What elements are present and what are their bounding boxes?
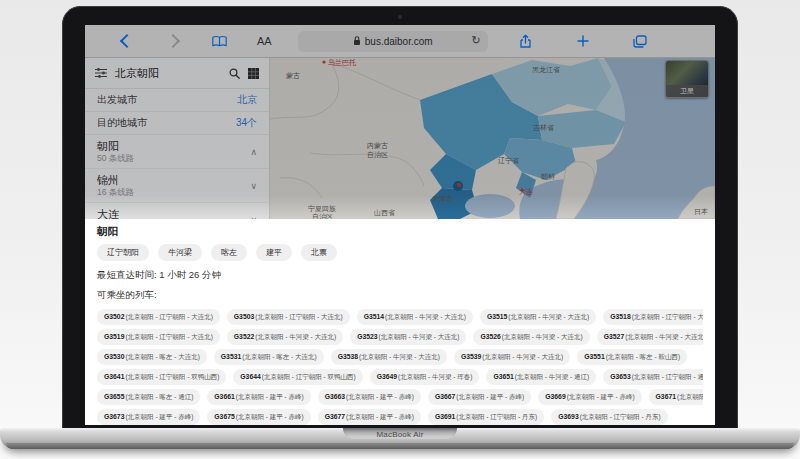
train-pill[interactable]: G3531(北京朝阳 - 喀左 - 大连北) <box>214 349 324 365</box>
station-tag[interactable]: 辽宁朝阳 <box>97 244 149 261</box>
train-pill[interactable]: G3663(北京朝阳 - 建平 - 赤峰) <box>318 389 421 405</box>
plus-icon <box>577 35 589 47</box>
route-sidebar: 北京朝阳 出发城市 北京 <box>85 58 270 219</box>
train-pill[interactable]: G3691(北京朝阳 - 辽宁朝阳 - 丹东) <box>428 409 544 425</box>
train-route: (北京朝阳 - 牛河梁 - 大连北) <box>379 331 460 342</box>
sidebar-info-row[interactable]: 目的地城市 34个 <box>85 112 269 135</box>
chevron-left-icon <box>120 34 134 48</box>
reader-text-size-button[interactable]: AA <box>257 35 272 47</box>
sidebar-book-button[interactable] <box>211 33 227 49</box>
info-row-value[interactable]: 北京 <box>237 93 257 107</box>
share-button[interactable] <box>518 33 534 49</box>
train-route: (北京朝阳 - 喀左 - 鞍山西) <box>606 351 680 362</box>
train-pill[interactable]: G3523(北京朝阳 - 牛河梁 - 大连北) <box>350 329 466 345</box>
train-pill[interactable]: G3677(北京朝阳 - 建平 - 赤峰) <box>318 409 421 425</box>
back-button[interactable] <box>119 33 135 49</box>
detail-city-title: 朝阳 <box>97 225 703 239</box>
train-pill[interactable]: G3503(北京朝阳 - 辽宁朝阳 - 大连北) <box>227 309 350 325</box>
sidebar-info-row[interactable]: 出发城市 北京 <box>85 89 269 112</box>
train-pill[interactable]: G3673(北京朝阳 - 建平 - 赤峰) <box>97 409 200 425</box>
station-tag[interactable]: 建平 <box>256 244 292 261</box>
station-tag[interactable]: 北票 <box>301 244 337 261</box>
train-pill[interactable]: G3693(北京朝阳 - 辽宁朝阳 - 丹东) <box>551 409 667 425</box>
train-pill[interactable]: G3538(北京朝阳 - 牛河梁 - 大连北) <box>331 349 447 365</box>
map-label: 内蒙古 <box>367 142 388 150</box>
city-list-item[interactable]: 锦州 16 条线路 ∨ <box>85 169 269 203</box>
train-pill[interactable]: G3651(北京朝阳 - 牛河梁 - 通辽) <box>486 369 596 385</box>
train-pill[interactable]: G3551(北京朝阳 - 喀左 - 鞍山西) <box>577 349 687 365</box>
chevron-toggle-icon[interactable]: ∧ <box>250 147 257 157</box>
laptop-base: MacBook Air <box>0 428 800 449</box>
map-label: 蒙古 <box>286 72 300 80</box>
lock-icon <box>353 36 361 46</box>
train-route: (北京朝阳 - 辽宁朝阳 - 双鸭山西) <box>262 371 356 382</box>
search-input[interactable]: 北京朝阳 <box>115 66 221 81</box>
filter-icon <box>95 68 107 78</box>
train-pill[interactable]: G3526(北京朝阳 - 牛河梁 - 大连北) <box>473 329 589 345</box>
station-tag[interactable]: 牛河梁 <box>158 244 202 261</box>
search-icon[interactable] <box>229 68 240 79</box>
train-pill[interactable]: G3518(北京朝阳 - 辽宁朝阳 - 大连北) <box>603 309 703 325</box>
city-route-count: 50 条线路 <box>97 153 134 163</box>
city-detail-panel: 朝阳 辽宁朝阳牛河梁喀左建平北票 最短直达时间: 1 小时 26 分钟 可乘坐的… <box>85 219 715 425</box>
satellite-toggle[interactable]: 卫星 <box>665 60 709 98</box>
city-list-item[interactable]: 朝阳 50 条线路 ∧ <box>85 135 269 169</box>
train-pill[interactable]: G3649(北京朝阳 - 牛河梁 - 珲春) <box>370 369 480 385</box>
train-route: (北京朝阳 - 辽宁朝阳 - 大连北) <box>255 311 342 322</box>
train-pill[interactable]: G3675(北京朝阳 - 建平 - 赤峰) <box>207 409 310 425</box>
train-pill[interactable]: G3653(北京朝阳 - 辽宁朝阳 - 通辽) <box>603 369 703 385</box>
map-label: 天津市 <box>432 195 453 203</box>
train-pill[interactable]: G3669(北京朝阳 - 建平 - 赤峰) <box>538 389 641 405</box>
map-label: 自治区 <box>367 151 388 159</box>
train-pill[interactable]: G3655(北京朝阳 - 喀左 - 通辽) <box>97 389 200 405</box>
layers-grid-icon[interactable] <box>248 68 259 79</box>
city-route-count: 16 条线路 <box>97 187 134 197</box>
forward-button[interactable] <box>165 33 181 49</box>
city-name: 大连 <box>97 208 134 219</box>
train-route: (北京朝阳 - 牛河梁 - 大连北) <box>508 311 589 322</box>
train-route: (北京朝阳 - 喀左 - 大连北) <box>125 351 199 362</box>
map-label: 黑龙江省 <box>532 66 560 74</box>
train-route: (北京朝阳 - 牛河梁 - 珲春) <box>398 371 472 382</box>
train-pill[interactable]: G3641(北京朝阳 - 辽宁朝阳 - 双鸭山西) <box>97 369 226 385</box>
train-route: (北京朝阳 - 牛河梁 - 大连北) <box>502 331 583 342</box>
browser-window: AA bus.daibor.com ↻ <box>85 25 715 425</box>
train-pill[interactable]: G3539(北京朝阳 - 牛河梁 - 大连北) <box>454 349 570 365</box>
satellite-toggle-label: 卫星 <box>666 85 708 97</box>
train-pill[interactable]: G3514(北京朝阳 - 牛河梁 - 大连北) <box>357 309 473 325</box>
train-pill[interactable]: G3519(北京朝阳 - 辽宁朝阳 - 大连北) <box>97 329 220 345</box>
train-row: G3673(北京朝阳 - 建平 - 赤峰)G3675(北京朝阳 - 建平 - 赤… <box>97 409 703 425</box>
train-pill[interactable]: G3527(北京朝阳 - 牛河梁 - 大连北) <box>597 329 703 345</box>
refresh-button[interactable]: ↻ <box>471 34 480 47</box>
train-route: (北京朝阳 - 建平 - 赤峰) <box>677 391 703 402</box>
train-pill[interactable]: G3530(北京朝阳 - 喀左 - 大连北) <box>97 349 207 365</box>
map-label: 辽宁省 <box>498 157 519 165</box>
book-icon <box>212 35 227 48</box>
station-tag-list: 辽宁朝阳牛河梁喀左建平北票 <box>97 244 703 261</box>
train-route: (北京朝阳 - 辽宁朝阳 - 大连北) <box>125 331 212 342</box>
tabs-overview-button[interactable] <box>632 33 648 49</box>
train-pill[interactable]: G3522(北京朝阳 - 牛河梁 - 大连北) <box>227 329 343 345</box>
train-pill[interactable]: G3502(北京朝阳 - 辽宁朝阳 - 大连北) <box>97 309 220 325</box>
map-area[interactable]: 乌兰巴托蒙古黑龙江省吉林省辽宁省内蒙古自治区朝鲜大连天津市山西省宁夏回族自治区日… <box>270 58 715 219</box>
info-row-value[interactable]: 34个 <box>236 116 257 130</box>
train-pill[interactable]: G3644(北京朝阳 - 辽宁朝阳 - 双鸭山西) <box>233 369 362 385</box>
station-tag[interactable]: 喀左 <box>211 244 247 261</box>
train-route: (北京朝阳 - 牛河梁 - 大连北) <box>359 351 440 362</box>
train-pill[interactable]: G3515(北京朝阳 - 牛河梁 - 大连北) <box>480 309 596 325</box>
info-row-label: 出发城市 <box>97 93 137 107</box>
train-row: G3502(北京朝阳 - 辽宁朝阳 - 大连北)G3503(北京朝阳 - 辽宁朝… <box>97 309 703 325</box>
train-route: (北京朝阳 - 牛河梁 - 大连北) <box>385 311 466 322</box>
city-list-item[interactable]: 大连 18 条线路 ∨ <box>85 203 269 219</box>
chevron-toggle-icon[interactable]: ∨ <box>250 181 257 191</box>
choropleth-map <box>270 58 715 219</box>
train-pill[interactable]: G3661(北京朝阳 - 建平 - 赤峰) <box>207 389 310 405</box>
address-bar[interactable]: bus.daibor.com ↻ <box>298 31 488 52</box>
train-route: (北京朝阳 - 建平 - 赤峰) <box>236 391 304 402</box>
train-pill[interactable]: G3667(北京朝阳 - 建平 - 赤峰) <box>428 389 531 405</box>
search-row[interactable]: 北京朝阳 <box>85 58 269 89</box>
new-tab-button[interactable] <box>575 33 591 49</box>
toolbar-left-group <box>119 33 227 49</box>
train-pill[interactable]: G3671(北京朝阳 - 建平 - 赤峰) <box>649 389 703 405</box>
info-row-label: 目的地城市 <box>97 116 147 130</box>
